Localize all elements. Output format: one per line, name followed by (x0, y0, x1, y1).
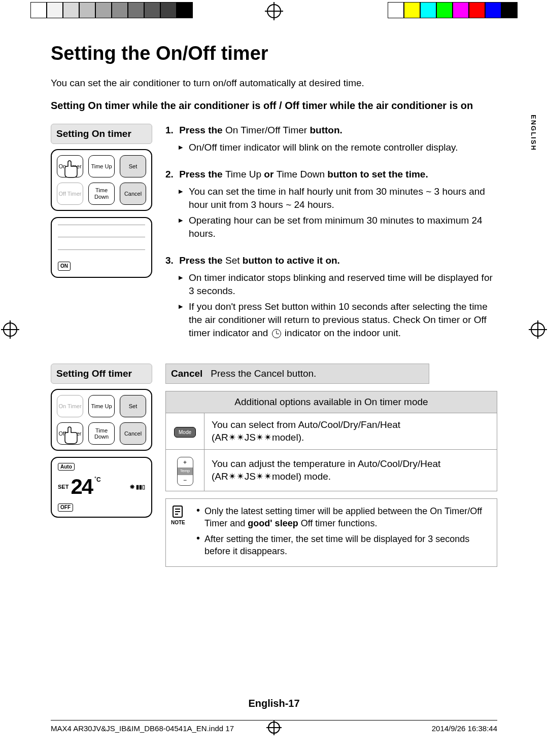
step-3-heading: Press the Set button to active it on. (165, 254, 497, 267)
page-title: Setting the On/Off timer (51, 41, 497, 66)
step-3-bullet-2: If you don't press Set button within 10 … (179, 300, 497, 339)
remote-time-up-button: Time Up (88, 155, 115, 177)
remote-set-button: Set (120, 395, 146, 417)
pointing-hand-icon (61, 425, 81, 446)
cancel-row: Cancel Press the Cancel button. (165, 364, 429, 384)
registration-mark-icon (531, 322, 545, 337)
language-tab: ENGLISH (529, 115, 538, 151)
options-table: Additional options available in On timer… (165, 391, 497, 491)
lcd-on-tag: ON (58, 262, 71, 271)
note-icon: NOTE (171, 505, 185, 526)
step-2-bullet-2: Operating hour can be set from minimum 3… (179, 214, 497, 240)
lcd-illustration-off: Auto SET 24 ˚C ❋ ▮▮▯ OFF (51, 457, 152, 518)
section-subhead: Setting On timer while the air condition… (51, 99, 497, 113)
remote-time-down-button: Time Down (88, 422, 115, 445)
print-metadata: MAX4 AR30JV&JS_IB&IM_DB68-04541A_EN.indd… (51, 720, 497, 734)
step-2-bullet-1: You can set the time in half hourly unit… (179, 185, 497, 211)
registration-mark-icon (3, 322, 17, 337)
step-3-bullet-1: On timer indicator stops blinking and re… (179, 271, 497, 297)
remote-set-button: Set (120, 155, 146, 177)
fan-icon: ❋ ▮▮▯ (130, 483, 145, 491)
mode-button-icon: Mode (174, 427, 196, 438)
remote-cancel-button: Cancel (120, 183, 146, 205)
off-timer-heading: Setting Off timer (51, 364, 152, 384)
remote-cancel-button: Cancel (120, 422, 146, 445)
mode-option-text: You can select from Auto/Cool/Dry/Fan/He… (204, 413, 497, 449)
note-item-1: Only the latest setting timer will be ap… (196, 505, 490, 530)
remote-illustration-off: On Timer Time Up Set Off Timer Time Down… (51, 389, 152, 451)
step-1-heading: Press the On Timer/Off Timer button. (165, 124, 497, 137)
pointing-hand-icon (61, 159, 81, 179)
temp-option-text: You can adjust the temperature in Auto/C… (204, 449, 497, 491)
page-number: English-17 (0, 697, 548, 710)
step-2-heading: Press the Time Up or Time Down button to… (165, 168, 497, 181)
lcd-illustration-on: ON (51, 217, 152, 278)
remote-illustration-on: On Timer Time Up Set Off Timer Time Down… (51, 149, 152, 211)
intro-text: You can set the air conditioner to turn … (51, 77, 497, 90)
clock-icon (272, 329, 281, 338)
remote-time-down-button: Time Down (88, 183, 115, 205)
note-box: NOTE Only the latest setting timer will … (165, 498, 497, 567)
step-1-bullet: On/Off timer indicator will blink on the… (179, 141, 497, 154)
on-timer-heading: Setting On timer (51, 124, 152, 144)
temp-button-icon: +Temp− (177, 457, 193, 486)
options-header: Additional options available in On timer… (166, 391, 497, 413)
remote-off-timer-button: Off Timer (57, 183, 83, 205)
remote-time-up-button: Time Up (88, 395, 115, 417)
registration-mark-icon (267, 4, 281, 18)
note-item-2: After setting the timer, the set time wi… (196, 533, 490, 558)
remote-on-timer-button: On Timer (57, 395, 83, 417)
